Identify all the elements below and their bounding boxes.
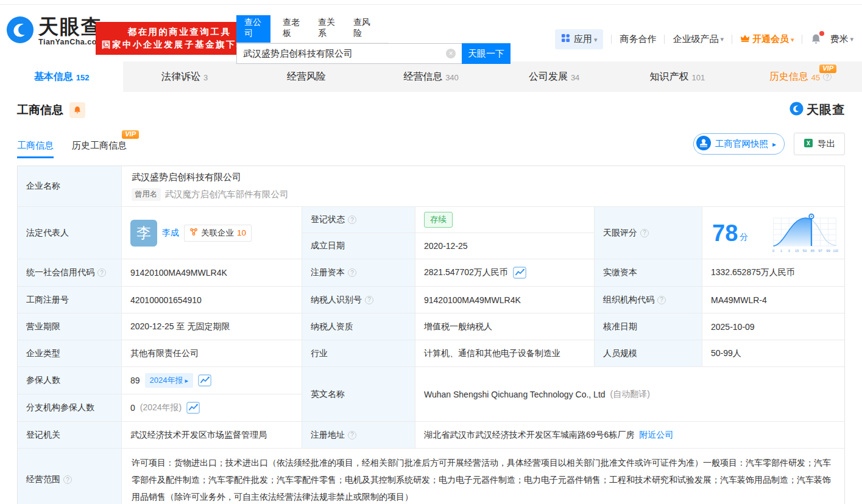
divider: [732, 35, 732, 44]
legal-rep-cell: 李 李成 关联企业 10: [122, 207, 302, 259]
insured-count-cell: 89 2024年报: [122, 367, 302, 394]
svg-text:85: 85: [810, 249, 814, 253]
reg-capital-cell: 2821.547702万人民币: [415, 259, 595, 287]
credit-code-label: 统一社会信用代码: [18, 259, 122, 287]
site-header: 天眼查 TianYanCha.com 都在用的商业查询工具 国家中小企业发展子基…: [0, 5, 862, 57]
subtab-business-info[interactable]: 工商信息: [17, 140, 54, 158]
company-type-label: 企业类型: [18, 340, 122, 367]
brand-text: 天眼查: [807, 102, 845, 118]
svg-text:1: 1: [780, 249, 783, 253]
divider: [664, 35, 665, 44]
svg-text:99: 99: [826, 249, 830, 253]
search-tab-company[interactable]: 查公司: [236, 15, 270, 43]
search-input[interactable]: [236, 43, 462, 64]
tab-company-development[interactable]: 公司发展34: [493, 61, 616, 92]
former-name-badge: 曾用名: [132, 188, 161, 201]
credit-code-cell: 91420100MA49MWLR4K: [122, 259, 302, 287]
question-icon[interactable]: [63, 475, 72, 484]
main-content: 工商信息 天眼查 工商信息 VIP 历史工商信息 工商官网快照: [0, 102, 862, 504]
divider: [802, 35, 802, 44]
clear-search-icon[interactable]: [446, 49, 456, 58]
question-icon[interactable]: [348, 268, 356, 277]
vip-badge: VIP: [122, 130, 139, 139]
export-button[interactable]: 导出: [794, 133, 845, 155]
user-menu[interactable]: 费米: [830, 33, 853, 45]
nearby-companies-link[interactable]: 附近公司: [639, 430, 673, 441]
promo-line1: 都在用的商业查询工具: [102, 26, 257, 38]
search-tab-risk[interactable]: 查风险: [353, 15, 372, 43]
org-code-cell: MA49MWLR-4: [702, 287, 844, 313]
section-title: 工商信息: [17, 102, 63, 118]
reg-address-cell: 湖北省武汉市武汉经济技术开发区车城南路69号6栋厂房 附近公司: [415, 422, 844, 449]
reg-capital-label: 注册资本: [302, 259, 415, 287]
tab-operation-info[interactable]: 经营信息340: [369, 61, 492, 92]
tianyancha-logo[interactable]: 天眼查 TianYanCha.com: [6, 16, 104, 46]
vip-badge: VIP: [819, 65, 836, 73]
business-scope-label: 经营范围: [18, 449, 122, 504]
question-icon[interactable]: [640, 229, 649, 237]
subtab-history-business-info[interactable]: VIP 历史工商信息: [72, 140, 127, 158]
official-snapshot-button[interactable]: 工商官网快照: [693, 133, 785, 155]
svg-text:3: 3: [788, 249, 791, 253]
apps-menu[interactable]: 应用: [555, 29, 604, 49]
question-icon[interactable]: [97, 268, 106, 277]
annual-report-badge[interactable]: 2024年报: [145, 373, 194, 388]
legal-rep-link[interactable]: 李成: [162, 228, 179, 239]
svg-text:100: 100: [833, 249, 838, 253]
tianyancha-logo-icon: [790, 102, 804, 118]
staff-size-label: 人员规模: [595, 340, 702, 367]
company-name: 武汉盛势启创科技有限公司: [132, 172, 241, 182]
open-vip-link[interactable]: 开通会员: [740, 33, 794, 45]
tab-intellectual-property[interactable]: 知识产权101: [616, 61, 739, 92]
top-divider: [0, 0, 862, 5]
search-tab-relation[interactable]: 查关系: [318, 15, 336, 43]
promo-line2: 国家中小企业发展子基金旗下机构: [102, 38, 257, 51]
tab-basic-info[interactable]: 基本信息152: [0, 61, 123, 92]
question-icon[interactable]: [657, 296, 666, 304]
subtab-row: 工商信息 VIP 历史工商信息 工商官网快照 导出: [17, 133, 845, 158]
svg-text:97: 97: [818, 249, 822, 253]
score-unit: 分: [740, 232, 748, 243]
tianyancha-logo-icon: [6, 16, 34, 46]
question-icon[interactable]: [823, 72, 832, 81]
related-companies-badge[interactable]: 关联企业 10: [184, 225, 252, 242]
trend-chart-icon[interactable]: [513, 267, 526, 279]
notification-bell-icon[interactable]: [810, 33, 822, 45]
question-icon[interactable]: [348, 215, 356, 224]
search-button[interactable]: 天眼一下: [462, 43, 510, 64]
subscribe-bell-icon[interactable]: [69, 102, 85, 118]
score-value: 78: [712, 222, 738, 245]
org-code-label: 组织机构代码: [595, 287, 702, 313]
branch-insured-label: 分支机构参保人数: [18, 394, 122, 422]
tab-legal-proceedings[interactable]: 法律诉讼3: [123, 61, 246, 92]
tab-history-info[interactable]: VIP 历史信息45: [739, 61, 862, 92]
question-icon[interactable]: [365, 296, 373, 304]
taxpayer-id-cell: 91420100MA49MWLR4K: [415, 287, 595, 313]
svg-text:50: 50: [803, 249, 807, 253]
search-tab-boss[interactable]: 查老板: [283, 15, 301, 43]
company-type-cell: 其他有限责任公司: [122, 340, 302, 367]
header-nav: 应用 商务合作 企业级产品 开通会员 费米: [555, 29, 853, 49]
score-curve-chart: 01 315 5085 9799 100: [770, 211, 838, 255]
enterprise-products-menu[interactable]: 企业级产品: [673, 33, 724, 45]
trend-chart-icon[interactable]: [186, 402, 200, 414]
related-companies-count: 10: [237, 228, 246, 237]
staff-size-cell: 50-99人: [702, 340, 844, 367]
business-cooperation-link[interactable]: 商务合作: [620, 33, 656, 45]
taxpayer-quality-label: 纳税人资质: [302, 313, 415, 340]
question-icon[interactable]: [348, 431, 356, 439]
reg-authority-cell: 武汉经济技术开发区市场监督管理局: [122, 422, 302, 449]
business-scope-cell: 许可项目：货物进出口；技术进出口（依法须经批准的项目，经相关部门批准后方可开展经…: [122, 449, 844, 504]
business-term-cell: 2020-12-25 至 无固定期限: [122, 313, 302, 340]
notification-dot: [819, 31, 824, 36]
report-year-note: (2024年报): [140, 402, 182, 413]
score-cell[interactable]: 78 分: [702, 207, 844, 259]
paid-capital-label: 实缴资本: [595, 259, 702, 287]
legal-rep-avatar[interactable]: 李: [130, 220, 157, 247]
status-badge: 存续: [424, 212, 453, 228]
trend-chart-icon[interactable]: [198, 374, 211, 387]
tab-operation-risk[interactable]: 经营风险: [246, 61, 369, 92]
branch-insured-cell: 0 (2024年报): [122, 394, 302, 422]
svg-text:15: 15: [795, 249, 799, 253]
established-date-cell: 2020-12-25: [415, 233, 595, 259]
